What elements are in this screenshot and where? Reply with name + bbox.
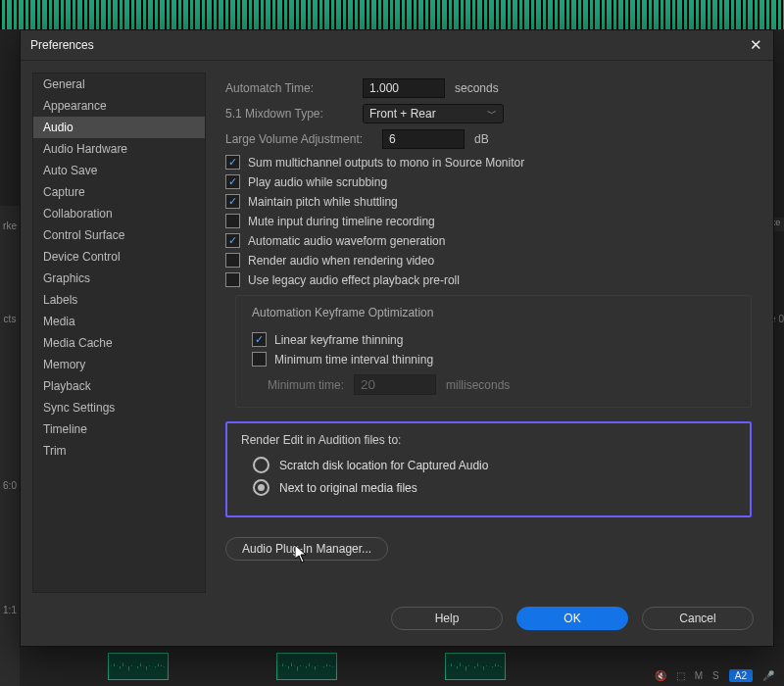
audio-clip-thumb[interactable] bbox=[445, 653, 506, 680]
automation-optimization-group: Automation Keyframe Optimization Linear … bbox=[235, 295, 752, 408]
dialog-footer: Help OK Cancel bbox=[21, 593, 773, 646]
sidebar-item-collaboration[interactable]: Collaboration bbox=[33, 203, 205, 224]
checkbox-label: Linear keyframe thinning bbox=[274, 333, 403, 347]
ok-button[interactable]: OK bbox=[516, 607, 628, 630]
dialog-titlebar: Preferences ✕ bbox=[21, 30, 773, 61]
checkbox-icon bbox=[252, 352, 267, 367]
sidebar-item-capture[interactable]: Capture bbox=[33, 181, 205, 203]
render-audition-group: Render Edit in Audition files to: Scratc… bbox=[225, 421, 752, 517]
radio-label: Next to original media files bbox=[279, 481, 417, 495]
mintime-label: Minimum time: bbox=[268, 378, 344, 392]
checkbox-icon bbox=[225, 174, 240, 189]
radio-icon bbox=[253, 479, 270, 496]
bg-marker-fragment: cts bbox=[0, 314, 20, 333]
audio-option-checkbox[interactable]: Maintain pitch while shuttling bbox=[225, 194, 752, 209]
checkbox-label: Sum multichannel outputs to mono in Sour… bbox=[248, 156, 524, 170]
checkbox-icon bbox=[225, 233, 240, 248]
mintime-unit: milliseconds bbox=[446, 378, 510, 392]
mute-icon[interactable]: 🔇 bbox=[655, 670, 666, 681]
audio-option-checkbox[interactable]: Play audio while scrubbing bbox=[225, 174, 752, 189]
render-location-scratch-radio[interactable]: Scratch disk location for Captured Audio bbox=[253, 457, 736, 473]
lva-unit: dB bbox=[474, 132, 489, 146]
checkbox-icon bbox=[225, 253, 240, 268]
close-icon[interactable]: ✕ bbox=[748, 36, 763, 54]
audio-option-checkbox[interactable]: Render audio when rendering video bbox=[225, 253, 752, 268]
checkbox-label: Minimum time interval thinning bbox=[274, 353, 433, 367]
sidebar-item-timeline[interactable]: Timeline bbox=[33, 418, 205, 440]
preferences-dialog: Preferences ✕ GeneralAppearanceAudioAudi… bbox=[20, 29, 774, 647]
mixdown-select[interactable]: Front + Rear ﹀ bbox=[363, 104, 504, 123]
sidebar-item-appearance[interactable]: Appearance bbox=[33, 95, 205, 117]
render-location-original-radio[interactable]: Next to original media files bbox=[253, 479, 736, 496]
mintime-input bbox=[354, 374, 436, 395]
cancel-button[interactable]: Cancel bbox=[642, 607, 754, 630]
checkbox-icon bbox=[225, 155, 240, 170]
sidebar-item-playback[interactable]: Playback bbox=[33, 375, 205, 397]
lva-label: Large Volume Adjustment: bbox=[225, 132, 372, 146]
sidebar-item-control-surface[interactable]: Control Surface bbox=[33, 224, 205, 246]
sidebar-item-media[interactable]: Media bbox=[33, 311, 205, 332]
sidebar-item-memory[interactable]: Memory bbox=[33, 354, 205, 375]
checkbox-label: Maintain pitch while shuttling bbox=[248, 195, 398, 209]
bg-marker-fragment: rke bbox=[0, 220, 20, 240]
audio-clip-thumb[interactable] bbox=[276, 653, 337, 680]
bg-time-marker: 6:0 bbox=[0, 480, 20, 500]
group-legend: Render Edit in Audition files to: bbox=[241, 433, 736, 447]
audio-option-checkbox[interactable]: Automatic audio waveform generation bbox=[225, 233, 752, 248]
sidebar-item-trim[interactable]: Trim bbox=[33, 440, 205, 462]
checkbox-label: Use legacy audio effect playback pre-rol… bbox=[248, 273, 460, 287]
preferences-content: Automatch Time: seconds 5.1 Mixdown Type… bbox=[225, 73, 761, 593]
sidebar-item-sync-settings[interactable]: Sync Settings bbox=[33, 397, 205, 418]
audio-option-checkbox[interactable]: Sum multichannel outputs to mono in Sour… bbox=[225, 155, 752, 170]
audio-plugin-manager-button[interactable]: Audio Plug-In Manager... bbox=[225, 537, 388, 561]
mute-toggle[interactable]: M bbox=[695, 670, 703, 681]
audio-clip-thumb[interactable] bbox=[108, 653, 169, 680]
track-controls: 🔇 ⬚ M S A2 🎤 bbox=[655, 669, 774, 682]
audio-option-checkbox[interactable]: Use legacy audio effect playback pre-rol… bbox=[225, 272, 752, 287]
group-legend: Automation Keyframe Optimization bbox=[248, 306, 437, 319]
track-badge[interactable]: A2 bbox=[729, 669, 753, 682]
radio-label: Scratch disk location for Captured Audio bbox=[279, 459, 488, 472]
radio-icon bbox=[253, 457, 270, 473]
sidebar-item-general[interactable]: General bbox=[33, 74, 205, 95]
waveform-header bbox=[0, 0, 784, 29]
sidebar-item-media-cache[interactable]: Media Cache bbox=[33, 332, 205, 354]
sidebar-item-graphics[interactable]: Graphics bbox=[33, 268, 205, 289]
checkbox-icon bbox=[225, 272, 240, 287]
checkbox-label: Render audio when rendering video bbox=[248, 254, 434, 268]
voice-icon[interactable]: 🎤 bbox=[762, 670, 774, 681]
automatch-label: Automatch Time: bbox=[225, 81, 353, 95]
sidebar-item-audio[interactable]: Audio bbox=[33, 117, 205, 138]
checkbox-label: Automatic audio waveform generation bbox=[248, 234, 445, 248]
checkbox-label: Mute input during timeline recording bbox=[248, 215, 435, 228]
preferences-sidebar: GeneralAppearanceAudioAudio HardwareAuto… bbox=[32, 73, 206, 593]
mixdown-label: 5.1 Mixdown Type: bbox=[225, 107, 353, 121]
sidebar-item-auto-save[interactable]: Auto Save bbox=[33, 160, 205, 181]
checkbox-icon bbox=[252, 332, 267, 347]
audio-option-checkbox[interactable]: Mute input during timeline recording bbox=[225, 214, 752, 228]
bg-time-marker: 1:1 bbox=[0, 605, 20, 624]
automatch-input[interactable] bbox=[363, 78, 445, 98]
sidebar-item-labels[interactable]: Labels bbox=[33, 289, 205, 311]
sidebar-item-device-control[interactable]: Device Control bbox=[33, 246, 205, 268]
lva-input[interactable] bbox=[382, 129, 465, 149]
solo-toggle[interactable]: S bbox=[712, 670, 719, 681]
dialog-title: Preferences bbox=[30, 38, 94, 52]
sidebar-item-audio-hardware[interactable]: Audio Hardware bbox=[33, 138, 205, 160]
chevron-down-icon: ﹀ bbox=[487, 107, 497, 121]
linear-thinning-checkbox[interactable]: Linear keyframe thinning bbox=[252, 332, 739, 347]
mintime-thinning-checkbox[interactable]: Minimum time interval thinning bbox=[252, 352, 739, 367]
mixdown-value: Front + Rear bbox=[369, 107, 436, 121]
checkbox-icon bbox=[225, 214, 240, 228]
solo-icon[interactable]: ⬚ bbox=[676, 670, 685, 681]
automatch-unit: seconds bbox=[455, 81, 499, 95]
help-button[interactable]: Help bbox=[391, 607, 503, 630]
checkbox-label: Play audio while scrubbing bbox=[248, 175, 387, 189]
checkbox-icon bbox=[225, 194, 240, 209]
